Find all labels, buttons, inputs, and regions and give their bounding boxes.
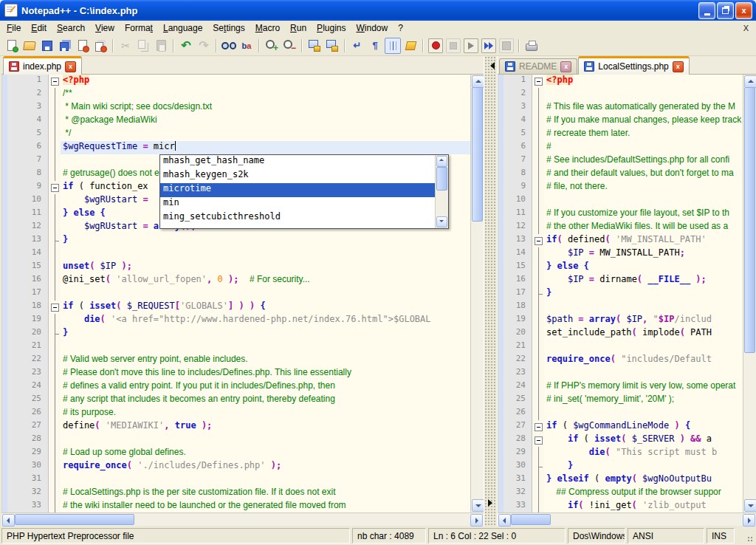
bookmark-margin[interactable]: [2, 487, 7, 500]
bookmark-margin[interactable]: [498, 367, 504, 380]
code-text-area[interactable]: [544, 407, 743, 420]
bookmark-margin[interactable]: [498, 394, 504, 407]
bookmark-margin[interactable]: [2, 354, 7, 367]
code-text-area[interactable]: require_once( "includes/Default: [544, 354, 743, 367]
fold-margin[interactable]: [532, 247, 544, 261]
code-text-area[interactable]: [544, 367, 743, 380]
bookmark-margin[interactable]: [2, 500, 7, 513]
code-text-area[interactable]: }: [61, 234, 470, 247]
left-editor[interactable]: 1<?php2/**3 * Main wiki script; see docs…: [1, 75, 470, 513]
fold-margin[interactable]: [532, 128, 544, 141]
bookmark-margin[interactable]: [498, 75, 504, 88]
bookmark-margin[interactable]: [498, 473, 504, 487]
scroll-up-button[interactable]: [436, 156, 447, 167]
paste-icon[interactable]: [153, 38, 169, 54]
new-file-icon[interactable]: [4, 38, 20, 54]
bookmark-margin[interactable]: [498, 274, 504, 287]
bookmark-margin[interactable]: [2, 221, 7, 234]
fold-margin[interactable]: [49, 447, 61, 460]
fold-margin[interactable]: [532, 101, 544, 114]
code-text-area[interactable]: if( !ini_get( 'zlib_output: [544, 500, 743, 513]
fold-margin[interactable]: [49, 394, 61, 407]
bookmark-margin[interactable]: [498, 141, 504, 154]
bookmark-margin[interactable]: [2, 75, 7, 88]
code-text-area[interactable]: [61, 287, 470, 301]
scroll-thumb[interactable]: [15, 514, 134, 525]
bookmark-margin[interactable]: [2, 314, 7, 327]
bookmark-margin[interactable]: [2, 194, 7, 208]
bookmark-margin[interactable]: [498, 168, 504, 181]
menu-run[interactable]: Run: [285, 21, 312, 35]
code-text-area[interactable]: * Main wiki script; see docs/design.txt: [61, 101, 470, 114]
left-vertical-scrollbar[interactable]: [470, 75, 484, 513]
right-vertical-scrollbar[interactable]: [743, 75, 756, 513]
zoom-in-icon[interactable]: [264, 38, 280, 54]
open-file-icon[interactable]: [21, 38, 38, 54]
bookmark-margin[interactable]: [2, 301, 7, 314]
code-text-area[interactable]: [544, 88, 743, 101]
fold-margin[interactable]: [49, 274, 61, 287]
code-text-area[interactable]: # recreate them later.: [544, 128, 743, 141]
code-text-area[interactable]: /**: [61, 88, 470, 101]
fold-margin[interactable]: [532, 500, 544, 513]
fold-margin[interactable]: [49, 340, 61, 354]
code-text-area[interactable]: # the wiki installer need to be launched…: [61, 500, 470, 513]
code-text-area[interactable]: [61, 340, 470, 354]
fold-margin[interactable]: [49, 500, 61, 513]
bookmark-margin[interactable]: [2, 154, 7, 168]
macro-play-icon[interactable]: [464, 38, 478, 53]
fold-margin[interactable]: [49, 287, 61, 301]
code-text-area[interactable]: define( 'MEDIAWIKI', true );: [61, 420, 470, 433]
fold-margin[interactable]: [49, 487, 61, 500]
close-document-x[interactable]: X: [736, 24, 756, 32]
bookmark-margin[interactable]: [2, 114, 7, 128]
code-text-area[interactable]: # If you make manual changes, please kee…: [544, 114, 743, 128]
code-text-area[interactable]: $path = array( $IP, "$IP/includ: [544, 314, 743, 327]
scroll-thumb[interactable]: [511, 514, 551, 525]
autocomplete-item-min[interactable]: min: [160, 197, 435, 211]
bookmark-margin[interactable]: [2, 141, 7, 154]
redo-icon[interactable]: [196, 38, 212, 54]
code-text-area[interactable]: # and their default values, but don't fo…: [544, 168, 743, 181]
restore-button[interactable]: [717, 2, 734, 19]
fold-margin[interactable]: [532, 141, 544, 154]
autocomplete-scrollbar[interactable]: [435, 155, 448, 228]
bookmark-margin[interactable]: [498, 500, 504, 513]
fold-margin[interactable]: [49, 407, 61, 420]
bookmark-margin[interactable]: [498, 380, 504, 394]
macro-run-multi-icon[interactable]: [481, 38, 496, 53]
fold-margin-collapse-icon[interactable]: [49, 75, 61, 88]
fold-margin[interactable]: [49, 154, 61, 168]
bookmark-margin[interactable]: [498, 101, 504, 114]
fold-margin[interactable]: [532, 394, 544, 407]
fold-margin[interactable]: [49, 367, 61, 380]
bookmark-margin[interactable]: [498, 181, 504, 194]
show-all-chars-icon[interactable]: [367, 38, 383, 54]
fold-margin[interactable]: [49, 420, 61, 433]
left-horizontal-scrollbar[interactable]: [1, 513, 484, 526]
fold-margin[interactable]: [532, 380, 544, 394]
bookmark-margin[interactable]: [498, 261, 504, 274]
code-text-area[interactable]: # defines a valid entry point. If you pu…: [61, 380, 470, 394]
code-text-area[interactable]: * @package MediaWiki: [61, 114, 470, 128]
code-text-area[interactable]: # Please don't move this line to include…: [61, 367, 470, 380]
scroll-thumb[interactable]: [744, 87, 755, 353]
bookmark-margin[interactable]: [498, 114, 504, 128]
fold-margin[interactable]: [532, 221, 544, 234]
code-text-area[interactable]: die( "This script must b: [544, 447, 743, 460]
print-icon[interactable]: [523, 38, 540, 54]
bookmark-margin[interactable]: [498, 433, 504, 447]
bookmark-margin[interactable]: [498, 88, 504, 101]
bookmark-margin[interactable]: [2, 168, 7, 181]
code-text-area[interactable]: }: [544, 287, 743, 301]
code-text-area[interactable]: unset( $IP );: [61, 261, 470, 274]
bookmark-margin[interactable]: [2, 380, 7, 394]
tab-readme[interactable]: READMEx: [499, 58, 577, 74]
autocomplete-item-mhash-get-hash-name[interactable]: mhash_get_hash_name: [160, 155, 435, 169]
bookmark-margin[interactable]: [2, 247, 7, 261]
scroll-down-button[interactable]: [472, 499, 484, 512]
bookmark-margin[interactable]: [498, 460, 504, 473]
bookmark-margin[interactable]: [2, 261, 7, 274]
fold-margin-collapse-icon[interactable]: [49, 181, 61, 194]
code-text-area[interactable]: }: [544, 460, 743, 473]
